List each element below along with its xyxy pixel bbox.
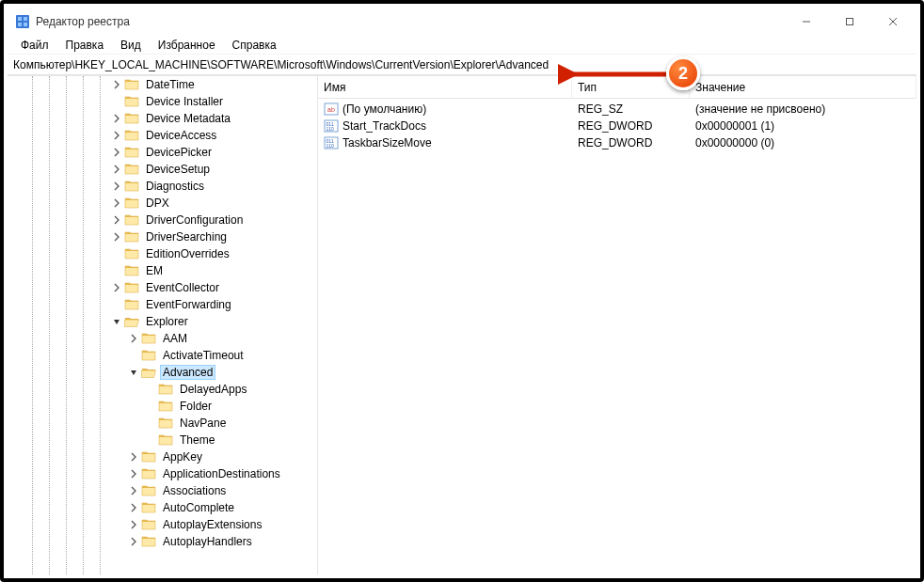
tree-item[interactable]: Folder xyxy=(8,398,317,415)
folder-icon xyxy=(124,280,139,295)
expand-icon[interactable] xyxy=(109,198,124,208)
folder-icon xyxy=(141,500,156,515)
tree-item[interactable]: EM xyxy=(8,262,317,279)
tree-item[interactable]: Theme xyxy=(8,432,317,448)
registry-editor-window: Редактор реестра Файл Правка Вид Избранн… xyxy=(8,8,916,574)
tree-item[interactable]: AutoComplete xyxy=(8,499,317,516)
annotation-badge: 2 xyxy=(666,56,700,90)
tree-item[interactable]: AutoplayExtensions xyxy=(8,516,317,533)
close-button[interactable] xyxy=(871,8,915,36)
expand-icon[interactable] xyxy=(109,283,124,292)
maximize-button[interactable] xyxy=(828,8,871,36)
folder-icon xyxy=(124,212,139,228)
collapse-icon[interactable] xyxy=(109,317,124,326)
expand-icon[interactable] xyxy=(126,452,141,462)
expand-icon[interactable] xyxy=(109,148,124,157)
tree-item[interactable]: DateTime xyxy=(8,76,317,93)
tree-item[interactable]: DriverConfiguration xyxy=(8,212,317,228)
values-pane: Имя Тип Значение ab(По умолчанию)REG_SZ(… xyxy=(318,76,916,574)
value-data: 0x00000001 (1) xyxy=(690,119,916,133)
folder-icon xyxy=(141,483,156,498)
tree-item[interactable]: DriverSearching xyxy=(8,228,317,245)
tree-item[interactable]: EditionOverrides xyxy=(8,245,317,262)
tree-item[interactable]: DPX xyxy=(8,195,317,212)
tree-item-label: ApplicationDestinations xyxy=(160,466,283,481)
annotation-number: 2 xyxy=(678,64,688,84)
svg-text:ab: ab xyxy=(327,106,335,113)
menu-favorites[interactable]: Избранное xyxy=(151,38,223,53)
tree-item[interactable]: AAM xyxy=(8,330,317,347)
expand-icon[interactable] xyxy=(109,114,124,123)
tree-item[interactable]: EventCollector xyxy=(8,279,317,296)
tree-item-label: Device Installer xyxy=(143,94,226,109)
expand-icon[interactable] xyxy=(126,486,141,495)
folder-icon xyxy=(124,263,139,278)
tree-item[interactable]: DeviceSetup xyxy=(8,161,317,178)
menu-help[interactable]: Справка xyxy=(225,38,284,53)
value-row[interactable]: ab(По умолчанию)REG_SZ(значение не присв… xyxy=(318,101,916,118)
dword-value-icon: 011110 xyxy=(324,118,339,134)
col-value[interactable]: Значение xyxy=(690,76,916,98)
tree-item[interactable]: ApplicationDestinations xyxy=(8,465,317,482)
minimize-button[interactable] xyxy=(785,8,828,36)
folder-icon xyxy=(141,534,156,549)
value-name: (По умолчанию) xyxy=(343,102,426,116)
tree-item-label: Associations xyxy=(160,483,229,498)
expand-icon[interactable] xyxy=(109,80,124,89)
value-type: REG_SZ xyxy=(572,102,690,116)
tree-item[interactable]: AutoplayHandlers xyxy=(8,533,317,550)
tree-item[interactable]: Device Metadata xyxy=(8,110,317,127)
folder-icon xyxy=(124,246,139,261)
svg-text:110: 110 xyxy=(327,143,335,149)
folder-icon xyxy=(124,77,139,92)
expand-icon[interactable] xyxy=(126,334,141,343)
menu-file[interactable]: Файл xyxy=(13,38,56,53)
tree-item[interactable]: Device Installer xyxy=(8,93,317,110)
tree-item[interactable]: Advanced xyxy=(8,364,317,381)
tree-item[interactable]: DelayedApps xyxy=(8,381,317,398)
tree-item-label: AutoplayExtensions xyxy=(160,517,264,532)
value-data: 0x00000000 (0) xyxy=(690,136,916,149)
tree-item[interactable]: Diagnostics xyxy=(8,178,317,195)
tree-item-label: Theme xyxy=(177,433,217,448)
folder-open-icon xyxy=(141,365,156,380)
expand-icon[interactable] xyxy=(109,165,124,174)
folder-icon xyxy=(124,297,139,312)
expand-icon[interactable] xyxy=(126,520,141,529)
values-list[interactable]: ab(По умолчанию)REG_SZ(значение не присв… xyxy=(318,99,916,574)
string-value-icon: ab xyxy=(324,102,339,117)
tree-item[interactable]: Associations xyxy=(8,482,317,499)
folder-icon xyxy=(141,466,156,481)
tree-item[interactable]: AppKey xyxy=(8,448,317,465)
tree-item-label: ActivateTimeout xyxy=(160,348,247,363)
value-row[interactable]: 011110Start_TrackDocsREG_DWORD0x00000001… xyxy=(318,118,916,134)
svg-text:110: 110 xyxy=(327,126,335,132)
tree-item[interactable]: EventForwarding xyxy=(8,296,317,313)
tree-item-label: EventForwarding xyxy=(143,297,234,312)
app-icon xyxy=(15,14,30,29)
expand-icon[interactable] xyxy=(109,181,124,191)
expand-icon[interactable] xyxy=(109,215,124,225)
tree-item[interactable]: ActivateTimeout xyxy=(8,347,317,364)
tree-item[interactable]: DeviceAccess xyxy=(8,127,317,144)
expand-icon[interactable] xyxy=(109,232,124,242)
tree-item[interactable]: DevicePicker xyxy=(8,144,317,161)
svg-rect-2 xyxy=(24,17,27,21)
value-row[interactable]: 011110TaskbarSizeMoveREG_DWORD0x00000000… xyxy=(318,134,916,151)
address-bar[interactable]: Компьютер\HKEY_LOCAL_MACHINE\SOFTWARE\Mi… xyxy=(8,55,916,75)
tree-item[interactable]: Explorer xyxy=(8,313,317,330)
content-area: DateTimeDevice InstallerDevice MetadataD… xyxy=(8,75,916,574)
expand-icon[interactable] xyxy=(109,131,124,140)
tree-item[interactable]: NavPane xyxy=(8,415,317,432)
col-name[interactable]: Имя xyxy=(318,76,572,98)
menu-view[interactable]: Вид xyxy=(113,38,149,53)
menu-edit[interactable]: Правка xyxy=(58,38,112,53)
expand-icon[interactable] xyxy=(126,503,141,512)
collapse-icon[interactable] xyxy=(126,368,141,377)
tree-item-label: DriverSearching xyxy=(143,229,230,244)
tree-pane[interactable]: DateTimeDevice InstallerDevice MetadataD… xyxy=(8,76,318,574)
svg-rect-6 xyxy=(847,18,853,24)
tree-item-label: Explorer xyxy=(143,314,191,329)
expand-icon[interactable] xyxy=(126,469,141,479)
expand-icon[interactable] xyxy=(126,537,141,546)
